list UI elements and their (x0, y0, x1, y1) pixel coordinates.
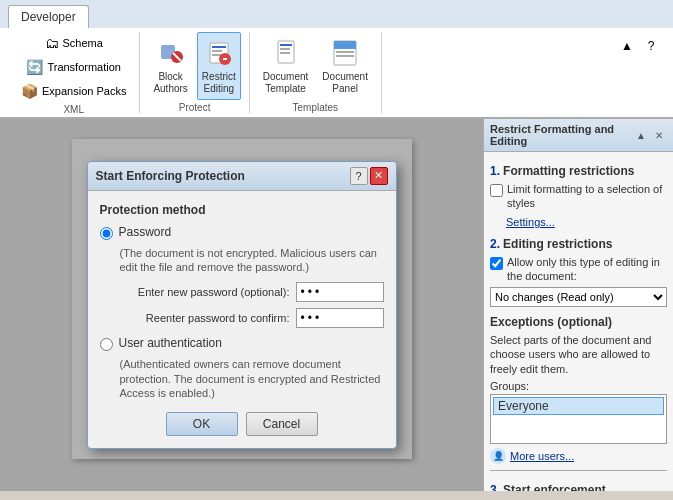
restrict-editing-label: RestrictEditing (202, 71, 236, 95)
user-auth-description: (Authenticated owners can remove documen… (120, 357, 384, 400)
enforce-section: 3. Start enforcement Are you ready to ap… (490, 470, 667, 491)
section2-checkbox-row: Allow only this type of editing in the d… (490, 255, 667, 284)
dialog-titlebar: Start Enforcing Protection ? ✕ (88, 162, 396, 191)
new-password-label: Enter new password (optional): (120, 286, 290, 298)
allow-editing-label: Allow only this type of editing in the d… (507, 255, 667, 284)
ribbon-corner: ▲ ? (613, 32, 665, 113)
dialog-close-button[interactable]: ✕ (370, 167, 388, 185)
sidebar: Restrict Formatting and Editing ▲ ✕ 1. F… (483, 119, 673, 491)
dialog-titlebar-buttons: ? ✕ (350, 167, 388, 185)
templates-group-label: Templates (293, 102, 339, 115)
restrict-editing-button[interactable]: RestrictEditing (197, 32, 241, 100)
main-area: Start Enforcing Protection ? ✕ Protectio… (0, 119, 673, 491)
document-panel-button[interactable]: DocumentPanel (317, 32, 373, 100)
svg-rect-11 (280, 48, 290, 50)
document-template-icon (270, 37, 302, 69)
limit-formatting-checkbox[interactable] (490, 184, 503, 197)
expansion-packs-label: Expansion Packs (42, 85, 126, 97)
document-template-button[interactable]: DocumentTemplate (258, 32, 314, 100)
svg-rect-15 (336, 51, 354, 53)
xml-group-items: 🗂 Schema 🔄 Transformation 📦 Expansion Pa… (16, 32, 131, 102)
password-radio-label: Password (119, 225, 172, 239)
templates-group-items: DocumentTemplate DocumentPanel (258, 32, 373, 100)
svg-rect-12 (280, 52, 290, 54)
help-button[interactable]: ? (641, 36, 661, 56)
transformation-button[interactable]: 🔄 Transformation (16, 56, 131, 78)
dialog-title: Start Enforcing Protection (96, 169, 245, 183)
block-authors-label: BlockAuthors (153, 71, 187, 95)
expansion-packs-button[interactable]: 📦 Expansion Packs (16, 80, 131, 102)
block-authors-button[interactable]: BlockAuthors (148, 32, 192, 100)
groups-everyone-label: Everyone (498, 399, 549, 413)
exceptions-title: Exceptions (optional) (490, 315, 667, 329)
expansion-packs-icon: 📦 (21, 83, 38, 99)
section1-num: 1. (490, 164, 500, 178)
exceptions-description: Select parts of the document and choose … (490, 333, 667, 376)
section2-title-text: Editing restrictions (503, 237, 612, 251)
transformation-icon: 🔄 (26, 59, 43, 75)
schema-icon: 🗂 (45, 35, 59, 51)
svg-rect-5 (212, 50, 222, 52)
svg-rect-8 (223, 58, 227, 60)
section1-title: 1. Formatting restrictions (490, 164, 667, 178)
svg-rect-14 (334, 41, 356, 49)
dialog-help-button[interactable]: ? (350, 167, 368, 185)
confirm-password-label: Reenter password to confirm: (120, 312, 290, 324)
settings-link[interactable]: Settings... (506, 216, 555, 228)
document-panel-icon (329, 37, 361, 69)
password-description: (The document is not encrypted. Maliciou… (120, 246, 384, 275)
svg-rect-16 (336, 55, 354, 57)
more-users-row: 👤 More users... (490, 448, 667, 464)
dialog: Start Enforcing Protection ? ✕ Protectio… (87, 161, 397, 449)
more-users-icon: 👤 (490, 448, 506, 464)
dialog-footer: OK Cancel (100, 412, 384, 436)
password-radio[interactable] (100, 227, 113, 240)
tab-developer[interactable]: Developer (8, 5, 89, 28)
protection-method-label: Protection method (100, 203, 384, 217)
editing-type-dropdown[interactable]: No changes (Read only) (490, 287, 667, 307)
groups-box: Everyone (490, 394, 667, 444)
block-authors-icon (155, 37, 187, 69)
ribbon-content: 🗂 Schema 🔄 Transformation 📦 Expansion Pa… (0, 28, 673, 118)
sidebar-title: Restrict Formatting and Editing (490, 123, 633, 147)
groups-everyone-item[interactable]: Everyone (493, 397, 664, 415)
ribbon: Developer 🗂 Schema 🔄 Transformation 📦 (0, 0, 673, 119)
user-auth-label: User authentication (119, 336, 222, 350)
sidebar-close-button[interactable]: ✕ (651, 127, 667, 143)
dialog-body: Protection method Password (The document… (88, 191, 396, 448)
minimize-button[interactable]: ▲ (617, 36, 637, 56)
new-password-row: Enter new password (optional): (120, 282, 384, 302)
section2-num: 2. (490, 237, 500, 251)
exceptions-title-text: Exceptions (optional) (490, 315, 612, 329)
schema-button[interactable]: 🗂 Schema (16, 32, 131, 54)
xml-group-label: xml (63, 104, 84, 117)
transformation-label: Transformation (47, 61, 121, 73)
confirm-password-row: Reenter password to confirm: (120, 308, 384, 328)
document-panel-label: DocumentPanel (322, 71, 368, 95)
section3-title-text: Start enforcement (503, 483, 606, 491)
more-users-link[interactable]: More users... (510, 450, 574, 462)
allow-editing-checkbox[interactable] (490, 257, 503, 270)
document-template-label: DocumentTemplate (263, 71, 309, 95)
section1-title-text: Formatting restrictions (503, 164, 634, 178)
user-auth-radio[interactable] (100, 338, 113, 351)
restrict-editing-icon (203, 37, 235, 69)
protect-group-label: Protect (179, 102, 211, 115)
sidebar-header: Restrict Formatting and Editing ▲ ✕ (484, 119, 673, 152)
sidebar-scroll-up[interactable]: ▲ (633, 127, 649, 143)
section2-title: 2. Editing restrictions (490, 237, 667, 251)
document-area: Start Enforcing Protection ? ✕ Protectio… (0, 119, 483, 491)
section3-title: 3. Start enforcement (490, 483, 667, 491)
sidebar-body: 1. Formatting restrictions Limit formatt… (484, 152, 673, 491)
user-auth-radio-row: User authentication (100, 336, 384, 351)
schema-label: Schema (63, 37, 103, 49)
ribbon-tabs: Developer (0, 0, 673, 28)
ribbon-group-templates: DocumentTemplate DocumentPanel Templates (250, 32, 382, 113)
section1-checkbox-row: Limit formatting to a selection of style… (490, 182, 667, 211)
password-radio-row: Password (100, 225, 384, 240)
cancel-button[interactable]: Cancel (246, 412, 318, 436)
new-password-input[interactable] (296, 282, 384, 302)
groups-label: Groups: (490, 380, 667, 392)
ok-button[interactable]: OK (166, 412, 238, 436)
confirm-password-input[interactable] (296, 308, 384, 328)
